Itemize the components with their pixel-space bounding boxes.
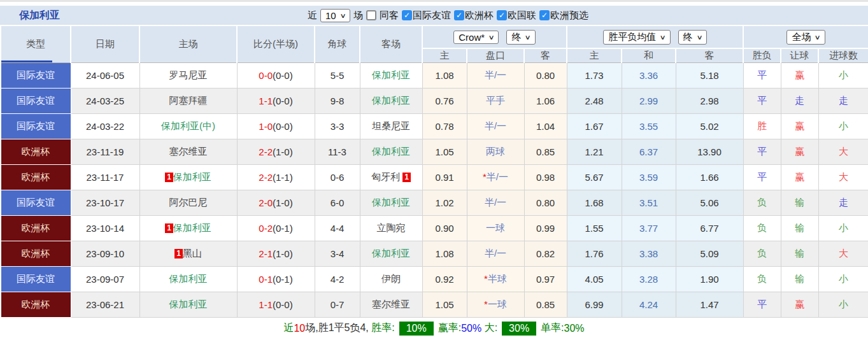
result-goals-cell: 小 — [818, 292, 868, 317]
result-wdl-cell: 负 — [743, 190, 781, 215]
chevron-down-icon: ∨ — [488, 34, 495, 41]
match-type-badge: 欧洲杯 — [1, 241, 71, 266]
matches-table: 类型 日期 主场 比分(半场) 角球 客场 Crow* ∨ 终 ∨ — [0, 25, 868, 318]
odds-home: 1.05 — [422, 139, 467, 164]
home-team-name: 保加利亚 — [173, 222, 211, 233]
match-date: 23-11-17 — [71, 164, 139, 190]
period-select[interactable]: 全场 ∨ — [786, 30, 825, 45]
avg-away-odds: 5.06 — [676, 190, 743, 215]
header-away: 客场 — [360, 25, 422, 62]
away-team-cell: 保加利亚 — [360, 88, 422, 113]
big-rate-badge: 30% — [502, 322, 536, 336]
avg-away-odds: 5.18 — [676, 62, 743, 88]
away-team-name: 保加利亚 — [372, 197, 410, 208]
avg-home-odds: 1.21 — [567, 139, 622, 164]
corner-count: 11-3 — [315, 139, 360, 164]
match-type-badge: 国际友谊 — [1, 62, 71, 88]
match-row: 国际友谊 24-03-22 保加利亚(中) 1-0(0-0) 3-3 坦桑尼亚 … — [1, 113, 868, 139]
result-header-group: 全场 ∨ — [743, 25, 868, 48]
odds-home: 0.76 — [422, 88, 467, 113]
result-goals-cell: 小 — [818, 62, 868, 88]
result-goals-cell: 走 — [818, 190, 868, 215]
competition-filter[interactable]: 欧洲预选 — [539, 10, 588, 22]
match-date: 24-03-25 — [71, 88, 139, 113]
avg-away-odds: 5.09 — [676, 241, 743, 266]
bookmaker-select[interactable]: Crow* ∨ — [453, 31, 499, 44]
match-date: 23-09-10 — [71, 241, 139, 266]
score-cell: 1-1(0-0) — [237, 88, 315, 113]
home-team-cell: 阿尔巴尼 — [139, 190, 237, 215]
filter-label: 欧洲预选 — [550, 10, 588, 22]
chevron-down-icon: ∨ — [815, 34, 821, 41]
result-handicap-cell: 赢 — [781, 139, 818, 164]
score-cell: 2-2(1-1) — [237, 164, 315, 190]
summary-record: 场,胜1平5负4, — [305, 322, 371, 335]
result-wdl: 胜 — [757, 120, 767, 131]
odds-header-group: Crow* ∨ 终 ∨ — [422, 25, 567, 48]
odds-home: 1.08 — [422, 62, 467, 88]
avg-home-odds: 1.68 — [567, 190, 622, 215]
away-team-name: 匈牙利 — [371, 171, 400, 182]
fulltime-score: 2-0 — [259, 197, 273, 208]
subheader-odds-home: 主 — [422, 48, 467, 62]
match-row: 欧洲杯 23-11-17 1保加利亚 2-2(1-1) 0-6 匈牙利 1 0.… — [1, 164, 868, 190]
count-suffix-label: 场 — [353, 10, 363, 22]
result-wdl: 平 — [757, 69, 767, 80]
match-type-badge: 欧洲杯 — [1, 164, 71, 190]
filter-checkbox[interactable] — [454, 10, 464, 20]
result-goals: 走 — [839, 95, 848, 106]
subheader-wdl-home: 主 — [567, 48, 622, 62]
away-team-cell: 保加利亚 — [360, 190, 422, 215]
corner-count: 0-6 — [315, 164, 360, 190]
filter-label: 欧洲杯 — [465, 10, 494, 22]
filter-checkbox[interactable] — [497, 10, 507, 20]
corner-count: 6-0 — [315, 190, 360, 215]
header-corner: 角球 — [315, 25, 360, 62]
match-type-badge: 欧洲杯 — [1, 139, 71, 164]
filter-checkbox[interactable] — [539, 10, 550, 20]
competition-filter[interactable]: 国际友谊 — [402, 10, 451, 22]
filter-checkbox[interactable] — [402, 10, 412, 20]
score-cell: 0-1(0-1) — [237, 266, 315, 292]
wdl-average-select[interactable]: 胜平负均值 ∨ — [603, 30, 670, 45]
home-team-cell: 阿塞拜疆 — [139, 88, 237, 113]
result-goals-cell: 大 — [818, 241, 868, 266]
home-team-name: 保加利亚 — [173, 171, 211, 182]
filter-controls: 近 10 ∨ 场 同客 国际友谊 欧洲杯 欧国联 欧洲预 — [308, 6, 588, 25]
same-away-label[interactable]: 同客 — [380, 10, 399, 22]
match-row: 欧洲杯 23-06-21 保加利亚 1-1(0-0) 0-7 塞尔维亚 1.05… — [1, 292, 868, 317]
home-team-name: 保加利亚(中) — [161, 120, 215, 131]
score-cell: 2-2(1-0) — [237, 139, 315, 164]
result-goals: 小 — [839, 273, 848, 284]
result-wdl-cell: 负 — [743, 215, 781, 241]
match-row: 国际友谊 24-06-05 罗马尼亚 0-0(0-0) 5-5 保加利亚 1.0… — [1, 62, 868, 88]
home-team-cell: 保加利亚(中) — [139, 113, 237, 139]
halftime-score: (1-1) — [273, 172, 293, 183]
header-type: 类型 — [1, 25, 71, 62]
result-wdl: 平 — [757, 171, 767, 182]
wdl-state-select[interactable]: 终 ∨ — [678, 30, 707, 45]
result-wdl: 负 — [757, 222, 767, 233]
result-handicap-cell: 赢 — [781, 62, 818, 88]
avg-draw-odds: 3.51 — [622, 190, 676, 215]
result-goals: 大 — [839, 146, 848, 157]
odds-state-select[interactable]: 终 ∨ — [506, 30, 535, 45]
away-team-name: 保加利亚 — [372, 69, 410, 80]
result-goals-cell: 走 — [818, 88, 868, 113]
fulltime-score: 2-2 — [259, 172, 273, 183]
header-home: 主场 — [139, 25, 237, 62]
same-away-checkbox[interactable] — [366, 10, 376, 20]
match-count-select[interactable]: 10 ∨ — [320, 9, 350, 22]
competition-filter[interactable]: 欧洲杯 — [454, 10, 494, 22]
handicap-value: 半/一 — [485, 248, 506, 258]
home-team-cell: 塞尔维亚 — [139, 139, 237, 164]
home-team-name: 保加利亚 — [169, 273, 208, 284]
halftime-score: (1-0) — [273, 248, 293, 259]
result-handicap-cell: 输 — [781, 241, 818, 266]
away-team-name: 立陶宛 — [377, 222, 406, 233]
avg-away-odds: 2.98 — [676, 88, 743, 113]
handicap-cell: 半/一 — [467, 241, 524, 266]
big-rate-label: 大: — [481, 322, 497, 335]
competition-filter[interactable]: 欧国联 — [497, 10, 536, 22]
result-wdl-cell: 负 — [743, 241, 781, 266]
